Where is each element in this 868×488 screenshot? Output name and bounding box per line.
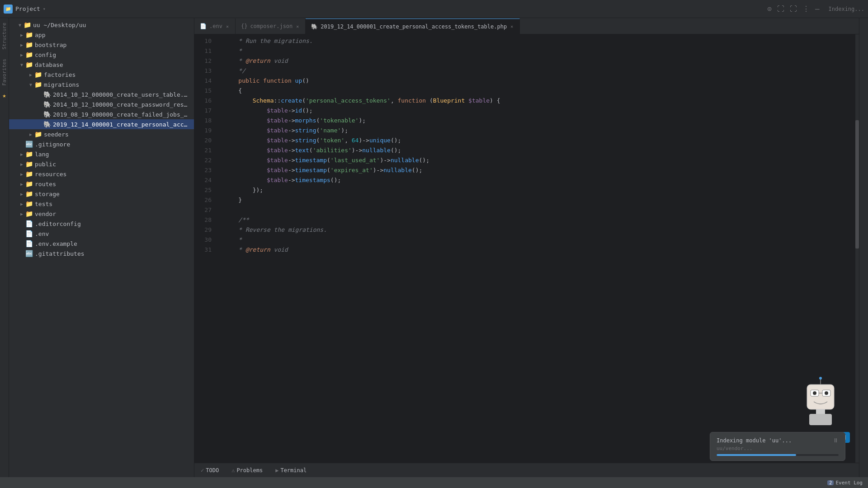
line-num-29: 29 [194,225,212,235]
todo-label: TODO [206,467,219,474]
tree-item-public[interactable]: ▶ 📁 public [9,159,194,169]
top-bar-actions: ⊙ ⛶ ⛶ ⋮ — Indexing... [767,5,864,13]
main-layout: Structure Favorites ★ ▼ 📁 uu ~/Desktop/u… [0,18,868,477]
todo-tab[interactable]: ✓ TODO [198,465,222,475]
tab-migration[interactable]: 🐘 2019_12_14_000001_create_personal_acce… [306,19,520,34]
tree-item-bootstrap[interactable]: ▶ 📁 bootstrap [9,40,194,50]
tree-item-factories[interactable]: ▶ 📁 factories [9,70,194,80]
lang-folder-icon: 📁 [25,150,33,158]
tree-item-editorconfig[interactable]: 📄 .editorconfig [9,219,194,229]
gitignore-icon: 🔤 [25,141,33,148]
tree-item-resources[interactable]: ▶ 📁 resources [9,169,194,179]
code-content[interactable]: * Run the migrations. * * @return void *… [217,34,855,463]
factories-chevron: ▶ [27,72,34,77]
line-num-19: 19 [194,126,212,136]
tree-item-vendor[interactable]: ▶ 📁 vendor [9,209,194,219]
line-num-31: 31 [194,245,212,255]
tab-migration-close[interactable]: ✕ [509,23,514,30]
migration4-label: 2019_12_14_000001_create_personal_access… [53,121,190,128]
tab-env-close[interactable]: ✕ [225,23,230,30]
tree-item-env[interactable]: 📄 .env [9,229,194,239]
code-line-28: /** [217,215,855,225]
tests-label: tests [35,201,52,207]
code-line-30: * [217,235,855,245]
shrink-icon[interactable]: ⛶ [790,5,797,13]
tree-item-migrations[interactable]: ▼ 📁 migrations [9,80,194,89]
tree-item-storage[interactable]: ▶ 📁 storage [9,189,194,199]
favorites-star-icon[interactable]: ★ [2,92,6,99]
resources-label: resources [35,171,66,178]
event-log-badge: 2 [827,480,834,485]
migrations-label: migrations [44,81,79,88]
svg-point-7 [819,377,822,380]
code-line-15: { [217,86,855,96]
tree-item-database[interactable]: ▼ 📁 database [9,60,194,70]
indexing-popup: Indexing module 'uu'... ⏸ uu/vendor... [710,432,845,461]
tree-item-migration3[interactable]: 🐘 2019_08_19_000000_create_failed_jobs_t… [9,109,194,119]
tree-item-envexample[interactable]: 📄 .env.example [9,239,194,249]
code-line-19: $table->string('name'); [217,126,855,136]
tree-item-lang[interactable]: ▶ 📁 lang [9,149,194,159]
tree-item-tests[interactable]: ▶ 📁 tests [9,199,194,209]
public-folder-icon: 📁 [25,160,33,168]
problems-tab[interactable]: ⚠ Problems [229,465,265,475]
migration2-label: 2014_10_12_100000_create_password_resets… [53,101,190,108]
tab-composer[interactable]: {} composer.json ✕ [236,19,306,34]
editor-area: 📄 .env ✕ {} composer.json ✕ 🐘 2019_12_14… [194,18,859,477]
code-line-12: * @return void [217,56,855,66]
minimize-icon[interactable]: — [815,5,820,13]
app-folder-icon: 📁 [25,31,33,38]
tree-item-gitattributes[interactable]: 🔤 .gitattributes [9,249,194,258]
tree-root[interactable]: ▼ 📁 uu ~/Desktop/uu [9,20,194,30]
tree-item-migration4[interactable]: 🐘 2019_12_14_000001_create_personal_acce… [9,119,194,129]
event-log-item[interactable]: 2 Event Log [827,480,863,486]
migration3-label: 2019_08_19_000000_create_failed_jobs_tab… [53,111,190,118]
bootstrap-chevron: ▶ [18,42,25,47]
database-label: database [35,61,63,68]
bootstrap-folder-icon: 📁 [25,41,33,48]
tree-item-gitignore[interactable]: 🔤 .gitignore [9,139,194,149]
bottom-panel: ✓ TODO ⚠ Problems ▶ Terminal [194,463,859,477]
tree-item-app[interactable]: ▶ 📁 app [9,30,194,40]
favorites-label[interactable]: Favorites [0,54,8,90]
code-line-31: * @return void [217,245,855,255]
gitattributes-icon: 🔤 [25,250,33,257]
tree-item-migration1[interactable]: 🐘 2014_10_12_000000_create_users_table.p… [9,89,194,99]
search-icon[interactable]: ⊙ [767,5,772,13]
seeders-chevron: ▶ [27,132,34,137]
expand-icon[interactable]: ⛶ [777,5,784,13]
more-icon[interactable]: ⋮ [802,5,810,13]
indexing-pause-icon[interactable]: ⏸ [833,437,839,444]
tab-composer-label: composer.json [250,23,292,29]
code-line-20: $table->string('token', 64)->unique(); [217,136,855,145]
tab-migration-icon: 🐘 [311,23,318,30]
todo-icon: ✓ [201,467,204,474]
code-line-25: }); [217,185,855,195]
structure-label[interactable]: Structure [0,18,8,54]
tree-item-migration2[interactable]: 🐘 2014_10_12_100000_create_password_rese… [9,99,194,109]
migrations-folder-icon: 📁 [34,81,42,88]
migration3-icon: 🐘 [43,111,51,118]
problems-label: Problems [236,467,263,474]
scroll-map[interactable] [855,34,859,463]
terminal-tab[interactable]: ▶ Terminal [273,465,309,475]
indexing-status: Indexing... [829,6,864,12]
migrations-chevron: ▼ [27,82,34,87]
public-label: public [35,161,56,168]
svg-point-3 [813,391,816,395]
svg-rect-0 [807,385,834,409]
tree-item-routes[interactable]: ▶ 📁 routes [9,179,194,189]
line-num-22: 22 [194,155,212,165]
tree-item-config[interactable]: ▶ 📁 config [9,50,194,60]
tab-env[interactable]: 📄 .env ✕ [194,19,236,34]
public-chevron: ▶ [18,162,25,167]
code-line-18: $table->morphs('tokenable'); [217,116,855,126]
code-line-11: * [217,46,855,56]
terminal-label: Terminal [280,467,307,474]
tree-item-seeders[interactable]: ▶ 📁 seeders [9,129,194,139]
tab-composer-close[interactable]: ✕ [295,23,300,30]
storage-folder-icon: 📁 [25,190,33,197]
migration2-icon: 🐘 [43,101,51,108]
project-dropdown-arrow[interactable]: ▾ [43,6,46,11]
root-folder-icon: 📁 [24,21,31,28]
